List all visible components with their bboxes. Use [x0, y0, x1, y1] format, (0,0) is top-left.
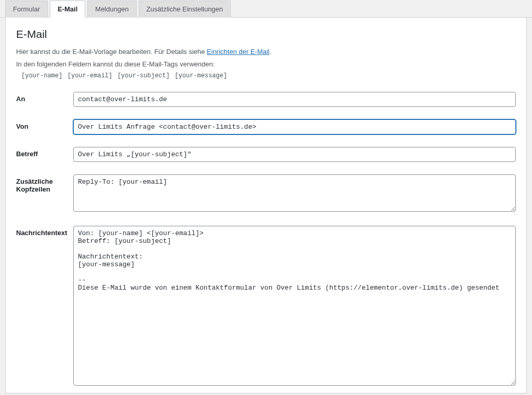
tag-your-message: [your-message]	[175, 72, 227, 79]
label-subject: Betreff	[16, 147, 73, 158]
row-from: Von	[16, 119, 516, 134]
label-from: Von	[16, 119, 73, 130]
label-headers: Zusätzliche Kopfzeilen	[16, 174, 73, 193]
tab-formular[interactable]: Formular	[5, 1, 48, 18]
row-to: An	[16, 92, 516, 107]
row-body: Nachrichtentext	[16, 226, 516, 387]
intro-text-b: .	[270, 48, 272, 56]
tab-email[interactable]: E-Mail	[50, 1, 85, 18]
intro-line-1: Hier kannst du die E-Mail-Vorlage bearbe…	[16, 47, 516, 57]
email-panel: E-Mail Hier kannst du die E-Mail-Vorlage…	[5, 18, 527, 393]
label-body: Nachrichtentext	[16, 226, 73, 237]
textarea-body[interactable]	[73, 226, 516, 386]
intro-line-2: In den folgenden Feldern kannst du diese…	[16, 59, 516, 70]
textarea-headers[interactable]	[73, 174, 516, 212]
label-to: An	[16, 92, 73, 103]
tag-your-name: [your-name]	[21, 72, 62, 79]
tabs-bar: Formular E-Mail Meldungen Zusätzliche Ei…	[0, 0, 532, 18]
row-headers: Zusätzliche Kopfzeilen	[16, 174, 516, 213]
panel-heading: E-Mail	[16, 28, 516, 40]
tab-meldungen[interactable]: Meldungen	[87, 1, 136, 18]
input-to[interactable]	[73, 92, 516, 107]
input-from[interactable]	[73, 119, 516, 134]
tag-your-email: [your-email]	[68, 72, 112, 79]
tab-additional-settings[interactable]: Zusätzliche Einstellungen	[139, 1, 231, 18]
intro-link[interactable]: Einrichten der E-Mail	[207, 48, 270, 56]
input-subject[interactable]	[73, 147, 516, 162]
tag-your-subject: [your-subject]	[117, 72, 170, 79]
intro-text-a: Hier kannst du die E-Mail-Vorlage bearbe…	[16, 48, 207, 56]
email-tags: [your-name] [your-email] [your-subject] …	[16, 71, 516, 79]
row-subject: Betreff	[16, 147, 516, 162]
